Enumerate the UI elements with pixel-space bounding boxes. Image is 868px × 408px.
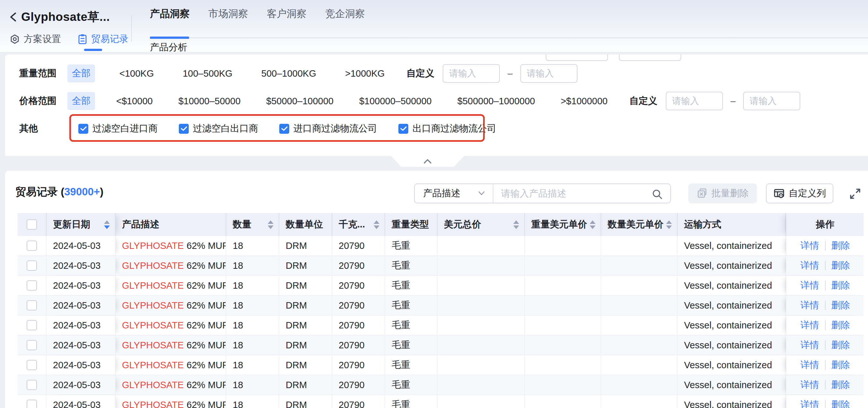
row-checkbox[interactable]: [27, 400, 37, 408]
delete-link[interactable]: 删除: [831, 319, 850, 332]
fullscreen-icon[interactable]: [848, 187, 862, 201]
column-header-label: 美元总价: [444, 218, 513, 231]
filter-checkbox-item[interactable]: 进口商过滤物流公司: [279, 122, 377, 135]
row-checkbox[interactable]: [27, 380, 37, 390]
checkbox-checked-icon[interactable]: [279, 124, 289, 134]
cell-usd-total: [437, 256, 525, 275]
subtab-plan-settings[interactable]: 方案设置: [10, 33, 61, 45]
weight-range-filter-row: 重量范围 全部<100KG100–500KG500–1000KG>1000KG …: [19, 64, 578, 83]
price-min-input[interactable]: [666, 92, 723, 110]
column-header[interactable]: 数量: [226, 213, 279, 236]
delete-link[interactable]: 删除: [831, 279, 850, 292]
sort-icons[interactable]: [666, 220, 672, 229]
price-range-option[interactable]: $500000–1000000: [453, 93, 539, 109]
column-header[interactable]: 重量美元单价: [525, 213, 601, 236]
column-header[interactable]: 更新日期: [46, 213, 116, 236]
sort-icons[interactable]: [374, 220, 379, 229]
detail-link[interactable]: 详情: [801, 259, 819, 272]
nav-tab[interactable]: 客户洞察: [267, 7, 307, 21]
detail-link[interactable]: 详情: [801, 319, 819, 332]
checkbox-checked-icon[interactable]: [398, 124, 408, 134]
price-range-option[interactable]: >$1000000: [556, 93, 612, 109]
filter-checkbox-item[interactable]: 出口商过滤物流公司: [398, 122, 496, 135]
price-range-option[interactable]: 全部: [67, 92, 95, 110]
cell-usd-per-quantity: [601, 375, 678, 395]
action-divider: [825, 360, 826, 370]
price-range-option[interactable]: $100000–500000: [355, 93, 436, 109]
subtab-trade-records[interactable]: 贸易记录: [78, 33, 128, 45]
sort-icons[interactable]: [104, 220, 110, 229]
filter-checkbox-item[interactable]: 过滤空白进口商: [78, 122, 158, 135]
detail-link[interactable]: 详情: [801, 339, 819, 351]
truncated-select-field[interactable]: [546, 55, 608, 61]
detail-link[interactable]: 详情: [801, 239, 819, 252]
delete-link[interactable]: 删除: [831, 239, 850, 252]
delete-link[interactable]: 删除: [831, 398, 850, 408]
detail-link[interactable]: 详情: [801, 279, 819, 292]
price-max-input[interactable]: [743, 92, 800, 110]
detail-link[interactable]: 详情: [801, 378, 819, 391]
weight-min-input[interactable]: [443, 64, 500, 83]
weight-range-option[interactable]: <100KG: [115, 66, 158, 81]
weight-range-option[interactable]: 全部: [67, 65, 95, 82]
nav-tab[interactable]: 产品洞察: [150, 7, 190, 21]
cell-kilograms: 20790: [332, 276, 385, 295]
delete-link[interactable]: 删除: [831, 359, 850, 371]
detail-link[interactable]: 详情: [801, 299, 819, 312]
search-input[interactable]: [493, 184, 670, 203]
column-header[interactable]: 美元总价: [437, 213, 525, 236]
weight-range-option[interactable]: 500–1000KG: [257, 66, 321, 81]
price-range-option[interactable]: <$10000: [112, 93, 157, 109]
cell-product-description: GLYPHOSATE 62% MUP – I...: [116, 256, 226, 275]
table-row: 2024-05-03 GLYPHOSATE 62% MUP – I... 18 …: [18, 256, 864, 276]
cell-transport-mode: Vessel, containerized: [678, 336, 786, 355]
detail-link[interactable]: 详情: [801, 398, 819, 408]
product-keyword-highlight: GLYPHOSATE: [122, 261, 184, 271]
sort-icons[interactable]: [513, 220, 519, 229]
custom-columns-button[interactable]: 自定义列: [766, 183, 833, 203]
column-header[interactable]: 数量美元单价: [601, 213, 678, 236]
row-checkbox[interactable]: [27, 320, 37, 330]
nav-tab[interactable]: 市场洞察: [208, 7, 248, 21]
other-checkbox-group: 过滤空白进口商过滤空白出口商进口商过滤物流公司出口商过滤物流公司: [78, 122, 496, 135]
weight-range-option[interactable]: >1000KG: [341, 66, 389, 81]
column-header-label: 重量类型: [392, 218, 432, 231]
nav-tabs-hairline: [150, 37, 868, 38]
search-field-select[interactable]: 产品描述: [415, 184, 493, 203]
truncated-select-field[interactable]: [619, 55, 681, 61]
detail-link[interactable]: 详情: [801, 359, 819, 371]
row-checkbox[interactable]: [27, 340, 37, 350]
delete-link[interactable]: 删除: [831, 378, 850, 391]
batch-delete-button[interactable]: 批量删除: [688, 183, 757, 203]
row-checkbox[interactable]: [27, 261, 37, 271]
row-checkbox[interactable]: [27, 280, 37, 291]
row-select-cell: [18, 236, 46, 255]
checkbox-checked-icon[interactable]: [78, 124, 88, 134]
collapse-filters-tab[interactable]: [391, 156, 464, 167]
filter-checkbox-item[interactable]: 过滤空白出口商: [179, 122, 258, 135]
tab-product-analysis[interactable]: 产品分析: [150, 41, 187, 54]
delete-link[interactable]: 删除: [831, 299, 850, 312]
price-range-option[interactable]: $10000–50000: [174, 93, 245, 109]
price-range-option[interactable]: $50000–100000: [261, 93, 338, 109]
cell-product-description: GLYPHOSATE 62% MUP – I...: [116, 276, 226, 295]
sort-icons[interactable]: [268, 220, 274, 229]
checkbox-checked-icon[interactable]: [179, 124, 189, 134]
row-checkbox[interactable]: [27, 300, 37, 310]
nav-tab[interactable]: 竞企洞察: [325, 7, 365, 21]
weight-max-input[interactable]: [520, 64, 578, 83]
cell-actions: 详情 删除: [786, 236, 863, 255]
back-icon[interactable]: [8, 10, 18, 24]
search-field-value: 产品描述: [423, 187, 460, 200]
sort-icons[interactable]: [590, 220, 595, 229]
row-checkbox[interactable]: [27, 360, 37, 370]
weight-range-option[interactable]: 100–500KG: [178, 66, 237, 81]
delete-link[interactable]: 删除: [831, 259, 850, 272]
search-icon[interactable]: [652, 189, 663, 200]
row-checkbox[interactable]: [27, 241, 37, 251]
cell-usd-per-quantity: [601, 336, 678, 355]
delete-link[interactable]: 删除: [831, 339, 850, 351]
column-header[interactable]: 千克...: [332, 213, 385, 236]
cell-kilograms: 20790: [332, 256, 385, 275]
select-all-checkbox[interactable]: [27, 219, 37, 230]
